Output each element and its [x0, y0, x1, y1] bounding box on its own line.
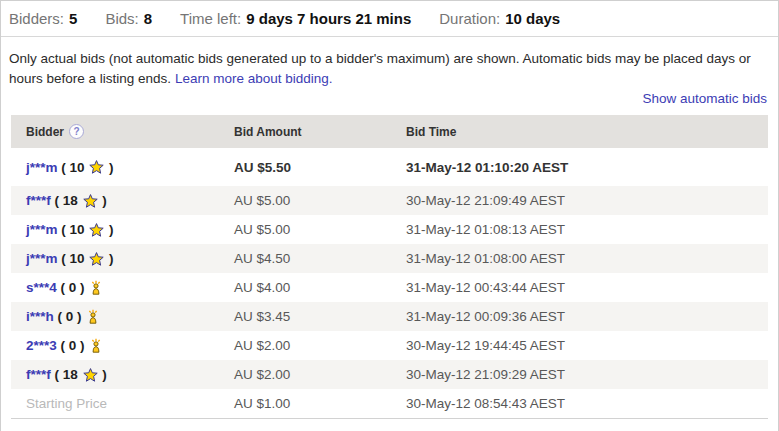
feedback-count: ( 0 )	[57, 280, 89, 295]
bid-time: 31-May-12 00:43:44 AEST	[401, 280, 768, 295]
bid-amount: AU $5.00	[229, 222, 401, 237]
bid-amount: AU $2.00	[229, 367, 401, 382]
auction-summary-bar: Bidders: 5 Bids: 8 Time left: 9 days 7 h…	[1, 1, 778, 37]
bidder-cell: 2***3 ( 0 )	[11, 338, 229, 353]
learn-more-link[interactable]: Learn more about bidding.	[175, 71, 333, 86]
feedback-close-paren: )	[105, 160, 113, 175]
feedback-count: ( 18	[51, 367, 82, 382]
notice-body: Only actual bids (not automatic bids gen…	[9, 51, 751, 86]
help-icon[interactable]: ?	[69, 124, 84, 139]
star-icon	[83, 368, 98, 382]
bid-history-page: Bidders: 5 Bids: 8 Time left: 9 days 7 h…	[0, 0, 779, 431]
table-row: f***f ( 18 )AU $5.0030-May-12 21:09:49 A…	[11, 186, 768, 215]
bid-time: 30-May-12 21:09:29 AEST	[401, 367, 768, 382]
bidder-cell: f***f ( 18 )	[11, 193, 229, 208]
bid-amount: AU $4.50	[229, 251, 401, 266]
feedback-count: ( 18	[51, 193, 82, 208]
bidder-link[interactable]: f***f	[26, 193, 51, 208]
show-automatic-bids-wrap: Show automatic bids	[1, 88, 778, 106]
duration-summary: Duration: 10 days	[439, 10, 560, 27]
bidders-label: Bidders:	[9, 10, 64, 27]
time-left-label: Time left:	[180, 10, 241, 27]
bidder-link[interactable]: j***m	[26, 222, 58, 237]
show-automatic-bids-link[interactable]: Show automatic bids	[642, 91, 767, 106]
bidder-link[interactable]: j***m	[26, 160, 58, 175]
bidder-link[interactable]: j***m	[26, 251, 58, 266]
bidder-link[interactable]: i***h	[26, 309, 54, 324]
feedback-close-paren: )	[105, 251, 113, 266]
bid-amount: AU $4.00	[229, 280, 401, 295]
feedback-count: ( 0 )	[54, 309, 86, 324]
bidder-cell: j***m ( 10 )	[11, 222, 229, 237]
bidder-link[interactable]: 2***3	[26, 338, 57, 353]
bidder-header-label: Bidder	[26, 125, 64, 139]
bid-amount-column-header: Bid Amount	[229, 125, 401, 139]
table-header-row: Bidder ? Bid Amount Bid Time	[11, 115, 768, 148]
bid-history-table: Bidder ? Bid Amount Bid Time j***m ( 10 …	[11, 115, 768, 419]
bidder-cell: Starting Price	[11, 396, 229, 411]
star-icon	[89, 252, 104, 266]
bid-time: 31-May-12 00:09:36 AEST	[401, 309, 768, 324]
bid-time: 30-May-12 19:44:45 AEST	[401, 338, 768, 353]
bidder-cell: j***m ( 10 )	[11, 251, 229, 266]
duration-label: Duration:	[439, 10, 500, 27]
star-icon	[89, 160, 104, 174]
new-member-icon	[86, 309, 100, 324]
bid-amount: AU $3.45	[229, 309, 401, 324]
bidder-link[interactable]: f***f	[26, 367, 51, 382]
bidder-cell: j***m ( 10 )	[11, 160, 229, 175]
bid-amount: AU $5.00	[229, 193, 401, 208]
table-row: f***f ( 18 )AU $2.0030-May-12 21:09:29 A…	[11, 360, 768, 389]
feedback-close-paren: )	[105, 222, 113, 237]
bidders-value: 5	[69, 10, 77, 27]
bidders-summary: Bidders: 5	[9, 10, 77, 27]
bidder-cell: f***f ( 18 )	[11, 367, 229, 382]
bid-time: 30-May-12 08:54:43 AEST	[401, 396, 768, 411]
bid-amount: AU $2.00	[229, 338, 401, 353]
feedback-close-paren: )	[99, 367, 107, 382]
bids-summary: Bids: 8	[105, 10, 152, 27]
feedback-close-paren: )	[99, 193, 107, 208]
feedback-count: ( 10	[58, 160, 89, 175]
table-row: s***4 ( 0 ) AU $4.0031-May-12 00:43:44 A…	[11, 273, 768, 302]
bid-time: 30-May-12 21:09:49 AEST	[401, 193, 768, 208]
new-member-icon	[89, 338, 103, 353]
star-icon	[89, 223, 104, 237]
bids-value: 8	[144, 10, 152, 27]
time-left-value: 9 days 7 hours 21 mins	[246, 10, 411, 27]
duration-value: 10 days	[505, 10, 560, 27]
bids-notice-text: Only actual bids (not automatic bids gen…	[1, 37, 778, 88]
starting-price-label: Starting Price	[26, 396, 107, 411]
bid-amount: AU $1.00	[229, 396, 401, 411]
bid-table-body: j***m ( 10 )AU $5.5031-May-12 01:10:20 A…	[11, 148, 768, 418]
feedback-count: ( 10	[58, 222, 89, 237]
table-row: j***m ( 10 )AU $5.5031-May-12 01:10:20 A…	[11, 148, 768, 186]
table-row: 2***3 ( 0 ) AU $2.0030-May-12 19:44:45 A…	[11, 331, 768, 360]
bid-time-column-header: Bid Time	[401, 125, 768, 139]
bid-time: 31-May-12 01:08:13 AEST	[401, 222, 768, 237]
bidder-link[interactable]: s***4	[26, 280, 57, 295]
bidder-cell: s***4 ( 0 )	[11, 280, 229, 295]
table-row: j***m ( 10 )AU $4.5031-May-12 01:08:00 A…	[11, 244, 768, 273]
bidder-cell: i***h ( 0 )	[11, 309, 229, 324]
table-row: j***m ( 10 )AU $5.0031-May-12 01:08:13 A…	[11, 215, 768, 244]
bid-time: 31-May-12 01:10:20 AEST	[401, 160, 768, 175]
new-member-icon	[89, 280, 103, 295]
bids-label: Bids:	[105, 10, 138, 27]
star-icon	[83, 194, 98, 208]
table-row: Starting PriceAU $1.0030-May-12 08:54:43…	[11, 389, 768, 418]
feedback-count: ( 0 )	[57, 338, 89, 353]
time-left-summary: Time left: 9 days 7 hours 21 mins	[180, 10, 411, 27]
table-row: i***h ( 0 ) AU $3.4531-May-12 00:09:36 A…	[11, 302, 768, 331]
bidder-column-header: Bidder ?	[11, 124, 229, 139]
bid-time: 31-May-12 01:08:00 AEST	[401, 251, 768, 266]
bid-amount: AU $5.50	[229, 160, 401, 175]
feedback-count: ( 10	[58, 251, 89, 266]
